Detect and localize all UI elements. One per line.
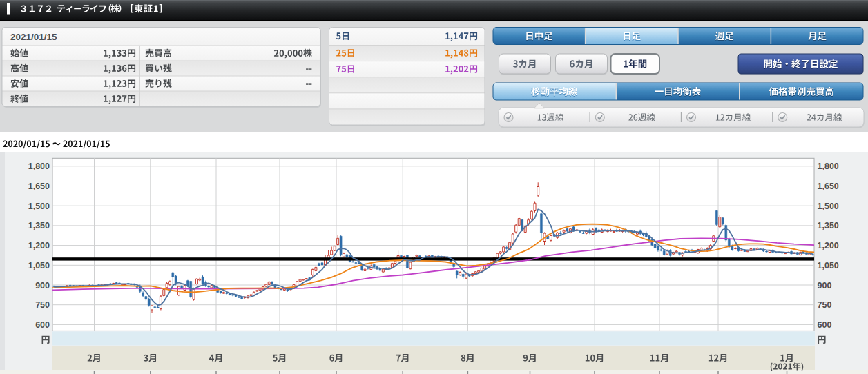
svg-text:1,650: 1,650 (28, 181, 50, 191)
svg-text:1,200: 1,200 (28, 241, 50, 250)
svg-text:600: 600 (35, 320, 50, 330)
svg-text:900: 900 (818, 281, 832, 291)
svg-text:1,500: 1,500 (818, 201, 839, 211)
svg-text:1,800: 1,800 (28, 161, 50, 171)
svg-text:750: 750 (818, 300, 832, 310)
svg-text:1,050: 1,050 (818, 261, 839, 270)
svg-text:750: 750 (35, 300, 50, 310)
svg-text:900: 900 (35, 281, 50, 291)
svg-text:1,350: 1,350 (28, 221, 50, 230)
svg-text:1,350: 1,350 (818, 221, 839, 230)
svg-text:1,050: 1,050 (28, 261, 50, 270)
svg-text:1,500: 1,500 (28, 201, 50, 211)
svg-text:1,800: 1,800 (818, 161, 839, 171)
svg-text:600: 600 (818, 320, 832, 330)
svg-text:1,200: 1,200 (818, 241, 839, 250)
svg-text:1,650: 1,650 (818, 181, 839, 191)
svg-text:2021/01/15: 2021/01/15 (10, 32, 57, 42)
